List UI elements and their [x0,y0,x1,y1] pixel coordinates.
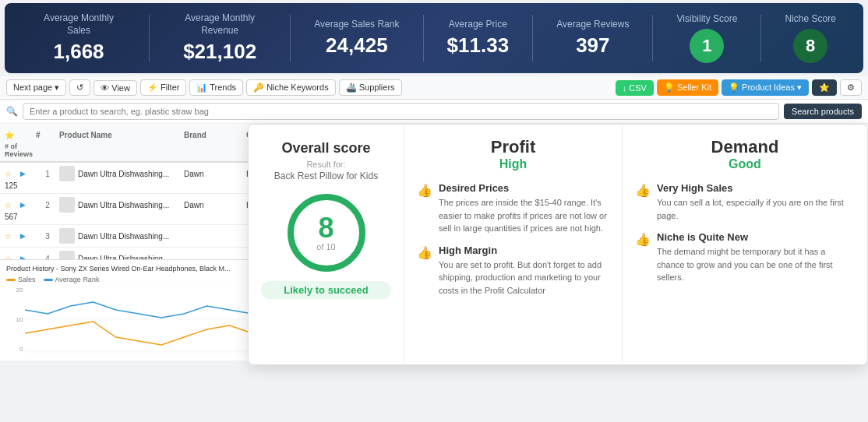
verdict-badge: Likely to succeed [261,281,391,299]
product-thumbnail [59,197,75,213]
profit-subtitle: High [417,157,609,171]
header-product-col: Product Name [59,131,184,139]
row-expand: ▶ [20,170,36,178]
stat-niche-label: Niche Score [785,13,835,26]
high-margin-item: 👍 High Margin You are set to profit. But… [417,244,609,297]
trends-button[interactable]: 📊 Trends [189,79,243,96]
row-star[interactable]: ☆ [5,170,20,178]
stat-monthly-revenue: Average Monthly Revenue $21,102 [173,12,266,64]
filter-button[interactable]: ⚡ Filter [140,79,187,96]
toolbar-right: ↓ CSV 💡 Seller Kit 💡 Product Ideas ▾ ⭐ ⚙ [616,79,862,96]
stat-visibility-label: Visibility Score [677,13,738,26]
toolbar: Next page ▾ ↺ 👁 View ⚡ Filter 📊 Trends 🔑… [0,76,868,100]
row-product-name: Dawn Ultra Dishwashing... [59,228,184,244]
suppliers-button[interactable]: 🚢 Suppliers [339,79,402,96]
overall-score-denom: of 10 [316,242,335,251]
divider-2 [290,15,291,62]
niche-new-text: The demand might be temporary but it has… [657,245,855,284]
star-button[interactable]: ⭐ [812,79,837,96]
row-num: 3 [36,232,59,241]
search-products-button[interactable]: Search products [784,104,862,119]
very-high-sales-item: 👍 Very High Sales You can sell a lot, es… [635,182,855,222]
profit-title: Profit [417,137,609,157]
legend-rank: Average Rank [44,276,100,283]
visibility-score-circle: 1 [690,29,724,63]
stat-sales-rank-label: Average Sales Rank [314,19,399,31]
demand-subtitle: Good [635,157,855,171]
product-thumbnail [59,228,75,244]
stat-sales-rank-value: 24,425 [314,33,399,58]
refresh-button[interactable]: ↺ [69,79,90,96]
overall-score-circle: 8 of 10 [288,194,365,272]
sales-legend-label: Sales [18,276,36,283]
divider-5 [652,15,653,62]
divider-4 [532,15,533,62]
legend-sales: Sales [6,276,36,283]
row-reviews: 125 [5,181,20,190]
search-icon: 🔍 [6,106,18,117]
main-area: ⭐ # Product Name Brand Category Product … [0,124,868,360]
row-star[interactable]: ☆ [5,232,20,241]
thumbs-up-icon-4: 👍 [635,232,651,284]
divider-1 [149,15,150,62]
rank-legend-dot [44,279,53,281]
csv-button[interactable]: ↓ CSV [616,80,654,96]
product-ideas-button[interactable]: 💡 Product Ideas ▾ [722,79,809,96]
stat-monthly-sales-value: 1,668 [32,40,125,64]
demand-panel: Demand Good 👍 Very High Sales You can se… [623,125,867,364]
search-input[interactable] [23,103,779,120]
settings-button[interactable]: ⚙ [840,79,862,96]
very-high-sales-text: You can sell a lot, especially if you ar… [657,196,855,222]
stat-avg-reviews-label: Average Reviews [556,19,629,31]
thumbs-up-icon-1: 👍 [417,183,432,235]
view-button[interactable]: 👁 View [94,80,137,96]
row-expand: ▶ [20,232,36,240]
row-reviews: 567 [5,213,20,221]
stat-niche-score: Niche Score 8 [785,13,835,63]
overlay-panels: Overall score Result for: Back Rest Pill… [248,124,868,365]
high-margin-text: You are set to profit. But don't forget … [439,258,609,297]
row-num: 1 [36,170,59,178]
very-high-sales-title: Very High Sales [657,182,855,194]
row-product-name: Dawn Ultra Dishwashing... [59,166,184,181]
niche-new-title: Niche is Quite New [657,231,855,243]
result-for-label: Result for: [261,160,391,169]
stat-monthly-sales: Average Monthly Sales 1,668 [32,12,125,64]
row-brand: Dawn [184,201,246,209]
row-expand: ▶ [20,201,36,209]
niche-keywords-button[interactable]: 🔑 Niche Keywords [246,79,336,96]
stat-monthly-revenue-value: $21,102 [173,40,266,64]
product-thumbnail [59,166,75,181]
stat-avg-price-label: Average Price [447,19,510,31]
niche-score-circle: 8 [793,29,827,63]
overall-score-number: 8 [318,214,333,242]
y-axis-left: 20 10 0 [6,287,25,353]
row-brand: Dawn [184,170,246,178]
stat-avg-price: Average Price $11.33 [447,19,510,58]
row-num: 2 [36,201,59,209]
stat-visibility-score: Visibility Score 1 [677,13,738,63]
stat-monthly-sales-label: Average Monthly Sales [32,12,125,37]
next-page-button[interactable]: Next page ▾ [6,79,66,96]
thumbs-up-icon-2: 👍 [417,245,432,297]
desired-prices-text: The prices are inside the $15-40 range. … [439,196,609,235]
search-bar: 🔍 Search products [0,100,868,124]
stat-monthly-revenue-label: Average Monthly Revenue [173,12,266,37]
row-star[interactable]: ☆ [5,201,20,209]
stat-avg-reviews-value: 397 [556,33,629,58]
stats-bar: Average Monthly Sales 1,668 Average Mont… [5,3,863,73]
header-num-col: # [36,131,59,139]
header-reviews-col: # of Reviews [5,142,20,158]
overall-score-title: Overall score [261,140,391,156]
stat-avg-price-value: $11.33 [447,33,510,58]
scored-product-name: Back Rest Pillow for Kids [261,171,391,181]
demand-title: Demand [635,137,855,157]
seller-kit-button[interactable]: 💡 Seller Kit [657,79,718,96]
row-product-name: Dawn Ultra Dishwashing... [59,197,184,213]
profit-panel: Profit High 👍 Desired Prices The prices … [404,125,623,364]
high-margin-title: High Margin [439,244,609,256]
thumbs-up-icon-3: 👍 [635,183,651,222]
desired-prices-title: Desired Prices [439,182,609,194]
header-brand-col: Brand [184,131,246,139]
niche-new-item: 👍 Niche is Quite New The demand might be… [635,231,855,284]
